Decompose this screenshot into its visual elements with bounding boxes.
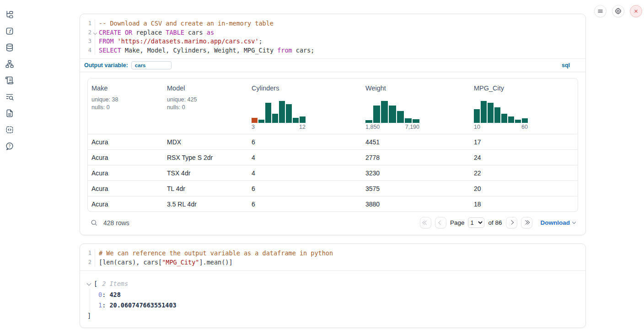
column-header[interactable]: Cylinders312 — [248, 84, 362, 130]
column-header[interactable]: Modelunique: 425nulls: 0 — [163, 84, 248, 130]
graph-icon[interactable] — [5, 59, 14, 69]
axis-max-label: 7,190 — [405, 124, 419, 130]
histogram-bar[interactable] — [413, 119, 419, 123]
histogram-bars — [252, 101, 306, 123]
first-page-button[interactable] — [420, 217, 431, 228]
code-token-keyword: SELECT — [99, 47, 121, 54]
table-row[interactable]: AcuraRSX Type S 2dr4277824 — [88, 149, 578, 165]
histogram-bar[interactable] — [515, 120, 521, 123]
file-tree-icon[interactable] — [5, 10, 14, 19]
code-text: FROM 'https://datasets.marimo.app/cars.c… — [95, 37, 263, 46]
histogram-bar[interactable] — [300, 116, 306, 123]
chevron-left-icon — [439, 221, 443, 225]
histogram-bar[interactable] — [397, 111, 404, 123]
scroll-icon[interactable] — [5, 76, 14, 85]
table-row[interactable]: AcuraTL 4dr6357520 — [88, 180, 578, 196]
histogram-bar[interactable] — [373, 106, 380, 123]
histogram-bar[interactable] — [405, 118, 412, 123]
table-cell: 4 — [248, 154, 362, 161]
function-icon[interactable]: f — [5, 26, 14, 36]
histogram-bar[interactable] — [474, 109, 480, 123]
column-header[interactable]: MPG_City1060 — [470, 84, 578, 130]
table-cell: Acura — [88, 201, 163, 208]
table-cell: MDX — [163, 138, 248, 146]
table-footer: 428 rows Page 1 of 86 — [87, 217, 578, 228]
collapse-caret-icon[interactable] — [87, 281, 91, 285]
sql-cell-output: Makeunique: 38nulls: 0Modelunique: 425nu… — [80, 72, 585, 235]
code-line: 2[len(cars), cars["MPG_City"].mean()] — [80, 258, 585, 267]
table-cell: TSX 4dr — [163, 169, 248, 177]
table-cell: 17 — [470, 138, 578, 146]
document-icon[interactable] — [5, 109, 14, 118]
code-token-plain: Make, Model, Cylinders, Weight, MPG_City — [121, 47, 277, 54]
marimo-notebook: f? 1-- Download a CSV and create an in-m… — [0, 0, 644, 333]
table-row[interactable]: Acura3.5 RL 4dr6388018 — [88, 196, 578, 211]
download-button[interactable]: Download — [541, 219, 576, 226]
list-search-icon[interactable] — [5, 92, 14, 101]
histogram-bar[interactable] — [258, 120, 264, 123]
code-token-string: "MPG_City" — [162, 259, 199, 266]
histogram-bar[interactable] — [389, 106, 396, 123]
window-controls — [594, 5, 642, 17]
code-text: # We can reference the output variable a… — [95, 249, 333, 258]
histogram-bar[interactable] — [488, 103, 494, 123]
histogram-bar[interactable] — [286, 104, 292, 123]
help-icon[interactable]: ? — [5, 142, 14, 151]
chevron-right-icon — [509, 221, 513, 225]
tree-colon: : — [102, 291, 109, 298]
sql-code-editor[interactable]: 1-- Download a CSV and create an in-memo… — [80, 14, 585, 58]
axis-max-label: 12 — [299, 124, 306, 130]
database-icon[interactable] — [5, 43, 14, 52]
histogram-bar[interactable] — [365, 120, 372, 123]
double-chevron-left-icon — [423, 221, 428, 224]
histogram-bar[interactable] — [265, 103, 271, 123]
histogram-bar[interactable] — [279, 101, 285, 123]
code-text: CREATE OR replace TABLE cars as — [95, 28, 214, 37]
column-header[interactable]: Weight1,8507,190 — [362, 84, 470, 130]
histogram-bar[interactable] — [381, 101, 388, 123]
items-count-note: 2 Items — [102, 279, 128, 289]
table-row[interactable]: AcuraMDX6445117 — [88, 134, 578, 149]
table-cell: 6 — [248, 201, 362, 208]
code-token-keyword: OR — [125, 29, 132, 36]
next-page-button[interactable] — [506, 217, 517, 228]
python-code-editor[interactable]: 1# We can reference the output variable … — [80, 244, 585, 271]
table-cell: TL 4dr — [163, 185, 248, 192]
column-title: Weight — [365, 84, 467, 93]
histogram-bar[interactable] — [272, 114, 278, 123]
tree-entries: 0: 4281: 20.060747663551403 — [90, 289, 578, 311]
prev-page-button[interactable] — [435, 217, 446, 228]
histogram-bar[interactable] — [494, 107, 500, 123]
tree-root-row[interactable]: [ 2 Items — [87, 279, 578, 289]
code-text: SELECT Make, Model, Cylinders, Weight, M… — [95, 46, 314, 55]
tree-entry: 0: 428 — [90, 290, 578, 300]
column-header[interactable]: Makeunique: 38nulls: 0 — [88, 84, 163, 130]
search-icon[interactable] — [90, 219, 98, 227]
histogram-chart: 1060 — [474, 101, 528, 130]
table-cell: 24 — [470, 154, 578, 161]
histogram-bar[interactable] — [508, 116, 514, 123]
histogram-bar[interactable] — [293, 118, 299, 123]
line-number: 4 — [80, 46, 91, 55]
histogram-bar[interactable] — [501, 114, 507, 123]
svg-text:?: ? — [9, 143, 11, 148]
histogram-bar[interactable] — [522, 118, 528, 123]
code-token-plain — [121, 29, 125, 36]
settings-button[interactable] — [612, 5, 624, 17]
tree-entry: 1: 20.060747663551403 — [90, 300, 578, 311]
pagination: Page 1 of 86 Download — [420, 217, 575, 228]
code-token-plain: [len(cars), cars[ — [99, 259, 162, 266]
column-title: Model — [167, 84, 244, 93]
snippets-icon[interactable] — [5, 125, 14, 134]
table-row[interactable]: AcuraTSX 4dr4323022 — [88, 165, 578, 180]
page-select[interactable]: 1 — [468, 217, 484, 228]
code-token-plain: replace — [132, 29, 166, 36]
menu-button[interactable] — [594, 5, 606, 17]
column-stats: unique: 38nulls: 0 — [91, 96, 160, 111]
output-variable-input[interactable] — [131, 61, 172, 69]
last-page-button[interactable] — [521, 217, 532, 228]
shutdown-button[interactable] — [630, 5, 642, 17]
table-cell: 3.5 RL 4dr — [163, 201, 248, 208]
histogram-bar[interactable] — [481, 101, 487, 123]
histogram-bar[interactable] — [252, 118, 258, 123]
